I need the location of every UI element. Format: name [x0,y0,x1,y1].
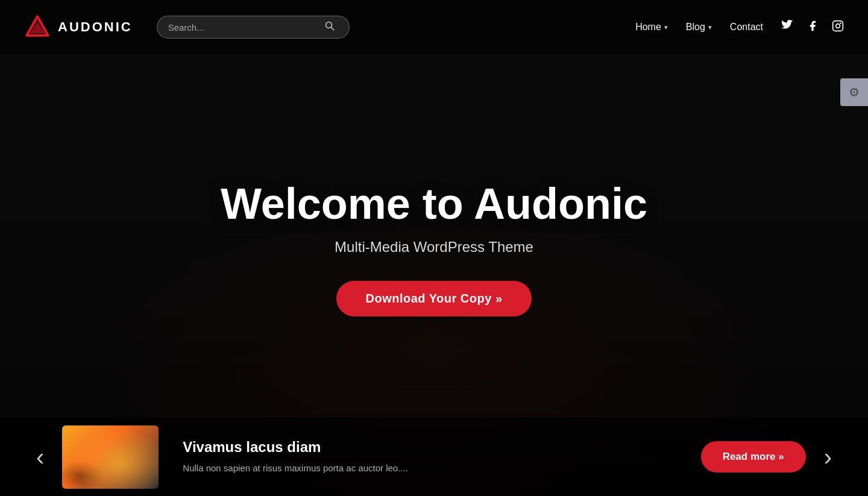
bottom-strip: ‹ Vivamus lacus diam Nulla non sapien at… [0,418,868,496]
read-more-button[interactable]: Read more » [701,441,806,472]
hero-title: Welcome to Audonic [193,180,675,227]
post-excerpt: Nulla non sapien at risus maximus porta … [183,462,676,476]
hero-section: AUDONIC Home ▾ [0,0,868,496]
svg-point-7 [840,22,841,24]
svg-line-4 [331,28,334,31]
search-bar [157,16,350,39]
search-button[interactable] [325,21,335,33]
hero-content: Welcome to Audonic Multi-Media WordPress… [193,180,675,316]
social-icons [781,20,844,35]
settings-button[interactable]: ⚙ [840,78,868,106]
post-title: Vivamus lacus diam [183,439,676,456]
twitter-link[interactable] [781,20,793,35]
download-cta-button[interactable]: Download Your Copy » [336,281,531,316]
nav-link-home[interactable]: Home ▾ [635,22,668,33]
chevron-down-icon: ▾ [664,24,668,31]
facebook-link[interactable] [807,20,819,35]
gear-icon: ⚙ [849,85,860,99]
nav-link-contact[interactable]: Contact [730,22,763,33]
instagram-link[interactable] [832,20,844,35]
twitter-icon [781,20,793,32]
chevron-down-icon: ▾ [708,24,712,31]
post-info: Vivamus lacus diam Nulla non sapien at r… [177,439,682,476]
site-header: AUDONIC Home ▾ [0,0,868,54]
prev-arrow-button[interactable]: ‹ [36,444,44,471]
post-thumbnail [62,425,159,489]
nav-item-blog[interactable]: Blog ▾ [686,22,712,33]
nav-item-contact[interactable]: Contact [730,22,763,33]
logo[interactable]: AUDONIC [24,14,133,40]
search-input[interactable] [168,22,325,33]
hero-subtitle: Multi-Media WordPress Theme [193,239,675,256]
search-icon [325,21,335,31]
next-arrow-button[interactable]: › [824,444,832,471]
svg-point-6 [836,24,840,28]
logo-text: AUDONIC [58,19,133,35]
instagram-icon [832,20,844,32]
nav-link-blog[interactable]: Blog ▾ [686,22,712,33]
facebook-icon [807,20,819,32]
svg-rect-5 [833,20,843,31]
logo-icon [24,14,51,40]
main-nav: Home ▾ Blog ▾ Contact [635,22,763,33]
nav-item-home[interactable]: Home ▾ [635,22,668,33]
